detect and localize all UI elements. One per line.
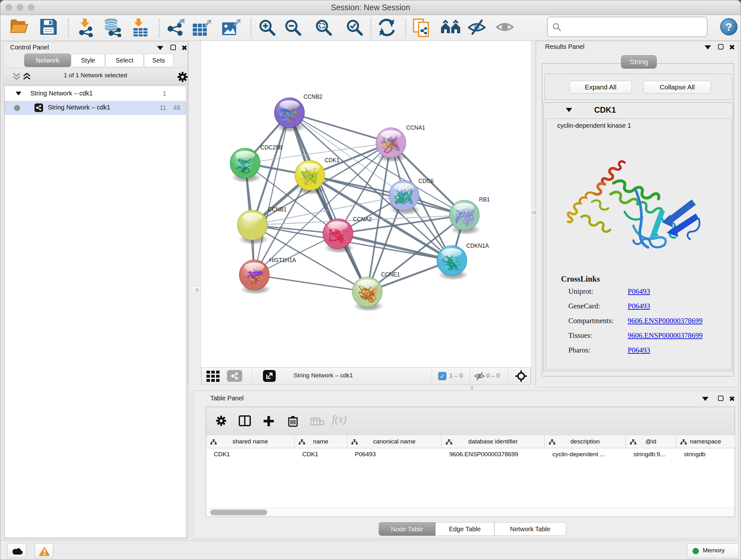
table-cell[interactable]: CDK1 [302,451,345,458]
clone-network-icon[interactable] [412,18,434,37]
column-header-shared-name[interactable]: shared name [206,435,294,448]
export-network-icon[interactable] [166,18,188,37]
divider-grip[interactable] [468,385,475,390]
show-columns-icon[interactable] [239,415,251,426]
import-network-from-file-icon[interactable] [76,18,98,37]
open-in-window-icon[interactable] [263,370,276,382]
network-node-count: 11 [153,104,166,111]
table-cell[interactable]: P06493 [355,451,440,458]
network-node-CCNA2[interactable]: CCNA2 [323,216,372,253]
network-collection-row[interactable]: String Network – cdk1 1 [5,87,186,101]
close-panel-icon[interactable]: ✖ [181,45,187,51]
zoom-out-icon[interactable] [283,18,305,37]
table-options-gear-icon[interactable] [216,415,226,428]
table-cell[interactable]: cyclin-dependent ... [552,451,624,458]
maximize-panel-icon[interactable] [171,45,176,50]
add-column-icon[interactable] [263,415,274,427]
network-share-icon[interactable] [227,370,242,382]
network-node-RB1[interactable]: RB1 [449,196,490,235]
zoom-fit-icon[interactable] [314,18,336,37]
gene-name: CDK1 [594,105,616,115]
network-node-CDC6[interactable]: CDC6 [389,178,434,215]
import-table-from-file-icon[interactable] [130,18,152,37]
tab-edge-table[interactable]: Edge Table [435,522,494,536]
apply-layout-icon[interactable] [377,18,399,37]
table-cell[interactable]: stringdb [684,451,733,458]
cloud-button[interactable] [7,543,26,558]
fit-selected-crosshair-icon[interactable] [515,370,527,382]
table-cell[interactable]: stringdb:9... [633,451,674,458]
export-image-icon[interactable] [221,18,243,37]
network-node-CCNB1[interactable]: CCNB1 [238,206,286,245]
tab-node-table[interactable]: Node Table [379,522,435,536]
column-header-label: canonical name [347,438,441,445]
table-cell[interactable]: 9606.ENSP00000378699 [449,451,543,458]
network-edge-CCNE1-HIST1H1A[interactable] [254,275,367,292]
open-session-icon[interactable] [9,18,31,37]
hidden-eye-slash-icon[interactable] [474,372,485,381]
export-table-icon[interactable] [192,18,213,37]
horizontal-scrollbar[interactable] [206,508,734,516]
import-network-from-database-icon[interactable] [102,18,124,37]
network-canvas[interactable]: CCNB2CCNA1CDC25BCDK1CDC6RB1CCNB1CCNA2CDK… [201,41,531,367]
column-header-database-identifier[interactable]: database identifier [442,435,545,448]
column-header-namespace[interactable]: namespace [676,435,735,448]
network-options-gear-icon[interactable] [177,71,188,84]
zoom-selected-icon[interactable] [345,18,367,37]
node-label-CDKN1A: CDKN1A [466,243,489,249]
help-button[interactable]: ? [720,18,738,36]
scrollbar-thumb[interactable] [210,509,267,515]
float-panel-icon[interactable] [157,46,163,50]
table-cell[interactable]: CDK1 [214,451,293,458]
collapse-all-button[interactable]: Collapse All [643,81,711,94]
gene-section-header[interactable]: CDK1 [544,103,733,118]
maximize-panel-icon[interactable] [718,395,724,401]
close-panel-icon[interactable]: ✖ [729,395,735,402]
save-session-icon[interactable] [39,18,61,37]
collection-expand-icon[interactable] [16,91,21,96]
crosslink-link[interactable]: P06493 [628,302,650,310]
network-node-HIST1H1A[interactable]: HIST1H1A [239,257,296,295]
tab-sets[interactable]: Sets [144,54,173,67]
float-panel-icon[interactable] [704,45,711,50]
tab-network[interactable]: Network [24,54,71,67]
selected-checkbox-icon[interactable]: ✓ [438,372,447,380]
hide-selected-icon[interactable] [468,18,489,37]
search-input[interactable] [564,18,704,35]
warnings-button[interactable] [35,543,53,558]
birdseye-grid-icon[interactable] [206,370,220,382]
crosslink-link[interactable]: 9606.ENSP00000378699 [628,331,703,340]
divider-grip[interactable] [531,209,536,216]
collapse-gene-icon[interactable] [566,108,572,112]
tab-style[interactable]: Style [71,54,105,67]
tab-network-table[interactable]: Network Table [494,522,566,536]
crosslink-link[interactable]: 9606.ENSP00000378699 [628,317,703,325]
show-all-icon[interactable] [495,18,517,37]
close-panel-icon[interactable]: ✖ [729,44,735,51]
node-label-RB1: RB1 [479,196,490,203]
memory-button[interactable]: Memory [687,543,739,558]
maximize-panel-icon[interactable] [718,44,724,50]
network-edge-CCNB2-HIST1H1A[interactable] [254,113,289,275]
crosslink-link[interactable]: P06493 [628,287,650,296]
table-row[interactable]: CDK1CDK1P064939606.ENSP00000378699cyclin… [206,449,735,461]
expand-all-button[interactable]: Expand All [569,81,632,94]
column-header--id[interactable]: @id [626,435,676,448]
column-header-canonical-name[interactable]: canonical name [347,435,442,448]
first-neighbors-icon[interactable] [440,18,462,37]
column-header-description[interactable]: description [545,435,626,448]
crosslink-link[interactable]: P06493 [628,346,650,354]
tab-select[interactable]: Select [105,54,144,67]
float-panel-icon[interactable] [702,397,709,401]
split-divider-left[interactable] [188,41,201,385]
network-current-dot-icon [14,105,20,111]
network-node-CCNB2[interactable]: CCNB2 [274,94,322,132]
divider-grip[interactable] [193,287,200,294]
tab-string[interactable]: String [621,55,657,69]
network-node-CCNA1[interactable]: CCNA1 [376,125,425,163]
network-node-CDKN1A[interactable]: CDKN1A [437,243,489,280]
zoom-in-icon[interactable] [258,18,279,37]
network-row-selected[interactable]: String Network – cdk1 11 48 [5,101,186,115]
column-header-name[interactable]: name [294,435,347,448]
delete-column-trash-icon[interactable] [287,415,298,427]
